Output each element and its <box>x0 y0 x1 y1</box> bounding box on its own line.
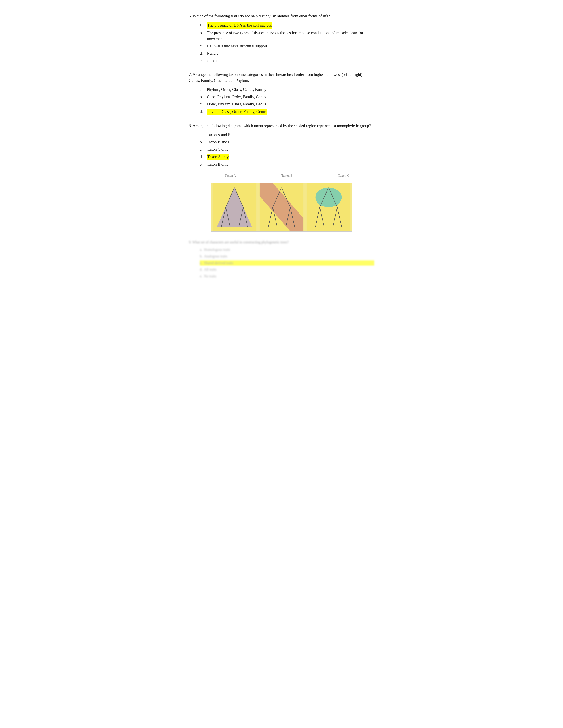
option-8b: b. Taxon B and C <box>200 139 374 145</box>
svg-point-17 <box>316 187 342 207</box>
option-6b: b. The presence of two types of tissues:… <box>200 30 374 42</box>
question-9-text: 9. What set of characters are useful in … <box>189 240 374 245</box>
option-9c: c. Shared derived traits <box>200 260 374 266</box>
option-8c: c. Taxon C only <box>200 146 374 152</box>
panel-taxon-b <box>258 183 305 231</box>
option-9d: d. All traits <box>200 267 374 272</box>
option-8e: e. Taxon B only <box>200 161 374 167</box>
question-8: 8. Among the following diagrams which ta… <box>189 123 374 232</box>
option-6a: a. The presence of DNA in the cell nucle… <box>200 22 374 29</box>
option-6d: d. b and c <box>200 51 374 56</box>
option-7b: b. Class, Phylum, Order, Family, Genus <box>200 94 374 100</box>
option-7a: a. Phylum, Order, Class, Genus, Family <box>200 87 374 93</box>
question-6-options: a. The presence of DNA in the cell nucle… <box>189 22 374 64</box>
option-8a: a. Taxon A and B <box>200 132 374 138</box>
option-9b: b. Analogous traits <box>200 254 374 259</box>
option-6e: e. a and c <box>200 58 374 64</box>
phylogenetic-diagram <box>211 183 352 232</box>
question-7: 7. Arrange the following taxonomic categ… <box>189 72 374 115</box>
question-9-blurred: 9. What set of characters are useful in … <box>189 240 374 279</box>
diagram-labels: Taxon A Taxon B Taxon C <box>200 172 374 178</box>
option-9e: e. No traits <box>200 274 374 279</box>
question-7-options: a. Phylum, Order, Class, Genus, Family b… <box>189 87 374 115</box>
question-8-text: 8. Among the following diagrams which ta… <box>189 123 374 129</box>
panel-taxon-c <box>305 183 352 231</box>
question-6: 6. Which of the following traits do not … <box>189 13 374 64</box>
question-6-text: 6. Which of the following traits do not … <box>189 13 374 19</box>
option-8d: d. Taxon A only <box>200 154 374 160</box>
question-8-options: a. Taxon A and B b. Taxon B and C c. Tax… <box>189 132 374 167</box>
question-9-options: a. Homologous traits b. Analogous traits… <box>189 247 374 279</box>
question-7-text: 7. Arrange the following taxonomic categ… <box>189 72 374 84</box>
option-6c: c. Cell walls that have structural suppo… <box>200 43 374 49</box>
option-9a: a. Homologous traits <box>200 247 374 252</box>
option-7c: c. Order, Phylum, Class, Family, Genus <box>200 101 374 107</box>
option-7d: d. Phylum, Class, Order, Family, Genus <box>200 109 374 115</box>
panel-taxon-a <box>211 183 258 231</box>
